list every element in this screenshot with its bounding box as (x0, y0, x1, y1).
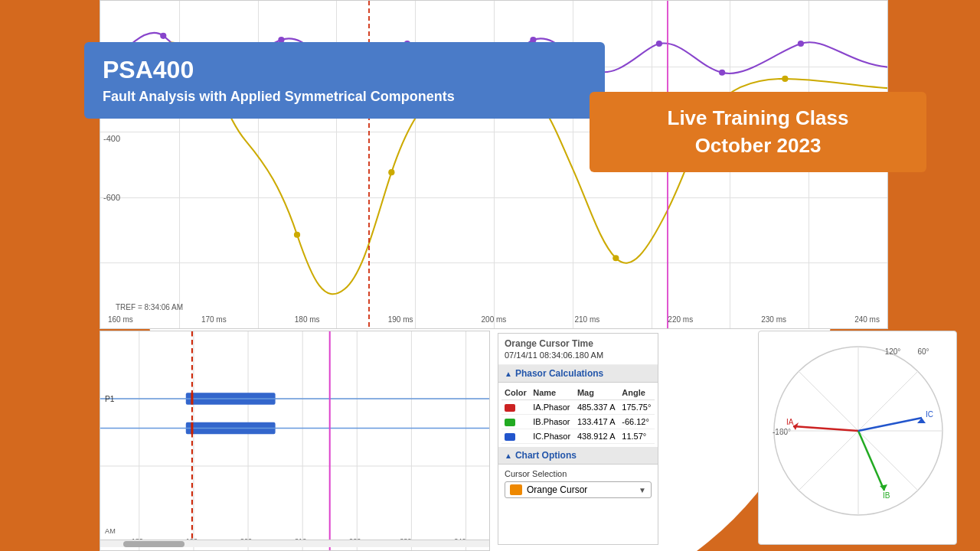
svg-point-9 (719, 70, 725, 76)
phasor-name-cell: IA.Phasor (530, 400, 574, 415)
col-name: Name (530, 386, 574, 400)
time-label-3: 190 ms (388, 315, 413, 324)
col-color: Color (501, 386, 530, 400)
chart-options-header[interactable]: ▲ Chart Options (498, 447, 658, 465)
title-box: PSA400 Fault Analysis with Applied Symme… (84, 42, 605, 119)
time-label-0: 160 ms (108, 315, 133, 324)
svg-text:IC: IC (926, 410, 933, 419)
orange-cursor-section: Orange Cursor Time 07/14/11 08:34:06.180… (498, 334, 658, 365)
phasor-row: IC.Phasor 438.912 A 11.57° (501, 429, 655, 444)
tref-label: TREF = 8:34:06 AM (116, 303, 183, 311)
phasor-angle-cell: 11.57° (619, 429, 655, 444)
phasor-color-cell (501, 400, 530, 415)
svg-point-0 (160, 33, 166, 39)
bottom-chart: P1 ms 180 ms 190 ms 200 ms 210 ms 220 ms… (100, 331, 490, 551)
phasor-name-cell: IB.Phasor (530, 415, 574, 429)
chart-options-title: Chart Options (515, 450, 577, 461)
phasor-angle-cell: -66.12° (619, 415, 655, 429)
scrollbar-thumb[interactable] (123, 541, 185, 547)
training-box: Live Training Class October 2023 (590, 92, 926, 172)
training-text: Live Training Class October 2023 (608, 104, 908, 160)
phasor-color-cell (501, 429, 530, 444)
phasor-row: IA.Phasor 485.337 A 175.75° (501, 400, 655, 415)
cursor-selection-container: Cursor Selection Orange Cursor ▼ (498, 465, 658, 503)
svg-point-10 (798, 41, 804, 47)
info-panel: Orange Cursor Time 07/14/11 08:34:06.180… (498, 333, 658, 545)
product-subtitle: Fault Analysis with Applied Symmetrical … (103, 89, 586, 105)
svg-text:60°: 60° (917, 347, 929, 356)
product-title: PSA400 (103, 56, 586, 84)
time-label-5: 210 ms (574, 315, 599, 324)
time-label-2: 180 ms (295, 315, 320, 324)
time-label-6: 220 ms (668, 315, 693, 324)
cursor-selection-label: Cursor Selection (505, 469, 652, 478)
phasor-row: IB.Phasor 133.417 A -66.12° (501, 415, 655, 429)
phasor-table: Color Name Mag Angle IA.Phasor 485.337 A… (501, 386, 655, 444)
svg-text:120°: 120° (885, 347, 901, 356)
orange-cursor-label: Orange Cursor Time (505, 338, 652, 349)
time-label-8: 240 ms (854, 315, 880, 324)
svg-point-18 (782, 76, 788, 82)
phasor-color-cell (501, 415, 530, 429)
phasor-color-swatch (505, 404, 515, 412)
phasor-mag-cell: 438.912 A (574, 429, 619, 444)
bottom-chart-scrollbar[interactable] (100, 540, 489, 547)
cursor-color-swatch (510, 484, 522, 495)
svg-text:AM: AM (105, 527, 116, 535)
col-mag: Mag (574, 386, 619, 400)
phasor-mag-cell: 133.417 A (574, 415, 619, 429)
time-label-7: 230 ms (761, 315, 786, 324)
svg-text:P1: P1 (105, 394, 115, 403)
phasor-section-title: Phasor Calculations (515, 368, 603, 379)
svg-point-16 (612, 255, 619, 261)
chart-options-collapse-arrow: ▲ (505, 452, 512, 460)
svg-text:-180°: -180° (773, 428, 791, 436)
svg-point-14 (388, 169, 394, 175)
time-label-1: 170 ms (201, 315, 227, 324)
svg-text:IA: IA (786, 418, 794, 426)
phasor-color-swatch (505, 433, 515, 441)
phasor-table-container: Color Name Mag Angle IA.Phasor 485.337 A… (498, 383, 658, 447)
cursor-dropdown-value: Orange Cursor (527, 484, 587, 495)
orange-cursor-datetime: 07/14/11 08:34:06.180 AM (505, 350, 652, 360)
phasor-name-cell: IC.Phasor (530, 429, 574, 444)
phasor-diagram: 120° 60° -180° IA IB (758, 331, 957, 545)
svg-text:IB: IB (883, 491, 890, 500)
phasor-section-header[interactable]: ▲ Phasor Calculations (498, 365, 658, 383)
phasor-color-swatch (505, 419, 515, 426)
col-angle: Angle (619, 386, 655, 400)
svg-point-8 (656, 41, 662, 47)
svg-point-13 (294, 232, 300, 238)
phasor-mag-cell: 485.337 A (574, 400, 619, 415)
phasor-collapse-arrow: ▲ (505, 370, 512, 378)
cursor-dropdown[interactable]: Orange Cursor ▼ (505, 481, 652, 498)
dropdown-arrow-icon: ▼ (639, 486, 646, 494)
bottom-chart-svg: P1 ms 180 ms 190 ms 200 ms 210 ms 220 ms… (100, 331, 489, 550)
time-label-4: 200 ms (482, 315, 507, 324)
phasor-angle-cell: 175.75° (619, 400, 655, 415)
phasor-svg: 120° 60° -180° IA IB (759, 331, 957, 538)
